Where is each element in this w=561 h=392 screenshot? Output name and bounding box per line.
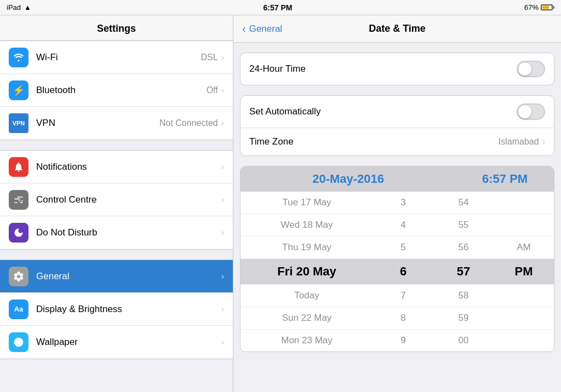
- picker-min-cell: 00: [433, 335, 494, 346]
- notifications-label: Notifications: [36, 162, 221, 172]
- picker-date-cell: Fri 20 May: [241, 264, 373, 279]
- wallpaper-icon: [9, 332, 28, 352]
- wifi-label: Wi-Fi: [36, 52, 201, 63]
- sidebar-item-wallpaper[interactable]: Wallpaper ›: [0, 326, 233, 359]
- picker-row[interactable]: Fri 20 May657PM: [241, 259, 554, 285]
- row-24hour: 24-Hour Time: [241, 53, 554, 85]
- picker-min-cell: 54: [433, 197, 494, 208]
- toggle-knob: [518, 62, 531, 76]
- page-title: Date & Time: [369, 23, 426, 34]
- card-24hour: 24-Hour Time: [240, 53, 554, 85]
- bluetooth-value: Off: [207, 85, 218, 95]
- timezone-value: Islamabad: [499, 137, 539, 147]
- picker-row[interactable]: Wed 18 May455: [241, 214, 554, 237]
- picker-hour-cell: 9: [373, 335, 433, 346]
- control-icon: [9, 190, 28, 210]
- sidebar-item-vpn[interactable]: VPN VPN Not Connected ›: [0, 107, 233, 140]
- picker-selected-date: 20-May-2016: [241, 172, 456, 186]
- picker-ampm-cell: PM: [494, 264, 554, 279]
- dnd-label: Do Not Disturb: [36, 227, 221, 238]
- settings-title: Settings: [0, 15, 233, 41]
- right-panel: ‹ General Date & Time 24-Hour Time Set A…: [233, 15, 561, 392]
- picker-ampm-cell: [494, 220, 554, 230]
- status-left: iPad ▲: [7, 3, 31, 11]
- sidebar-item-wifi[interactable]: Wi-Fi DSL ›: [0, 41, 233, 74]
- date-time-picker[interactable]: 20-May-2016 6:57 PM Tue 17 May354Wed 18 …: [240, 166, 554, 352]
- sidebar-item-dnd[interactable]: Do Not Disturb ›: [0, 216, 233, 249]
- picker-date-cell: Tue 17 May: [241, 197, 373, 208]
- card-auto-tz: Set Automatically Time Zone Islamabad ›: [240, 95, 554, 156]
- wifi-chevron: ›: [221, 53, 224, 62]
- main-layout: Settings Wi-Fi DSL › ⚡ Bluetooth Off ›: [0, 15, 561, 392]
- bluetooth-chevron: ›: [221, 85, 224, 95]
- picker-row[interactable]: Thu 19 May556AM: [241, 237, 554, 259]
- setauto-toggle[interactable]: [517, 103, 545, 120]
- display-icon: Aa: [9, 299, 28, 319]
- notifications-chevron: ›: [221, 162, 224, 172]
- row-setauto: Set Automatically: [241, 96, 554, 128]
- bluetooth-icon: ⚡: [9, 80, 28, 100]
- sidebar-item-display[interactable]: Aa Display & Brightness ›: [0, 293, 233, 326]
- vpn-value: Not Connected: [159, 118, 218, 128]
- 24hour-label: 24-Hour Time: [249, 64, 517, 74]
- picker-date-cell: Today: [241, 290, 373, 301]
- vpn-chevron: ›: [221, 118, 224, 128]
- ipad-label: iPad: [7, 3, 21, 11]
- status-time: 6:57 PM: [263, 3, 292, 12]
- wallpaper-chevron: ›: [221, 337, 224, 347]
- timezone-chevron: ›: [542, 137, 545, 147]
- dnd-icon: [9, 223, 28, 243]
- picker-min-cell: 56: [433, 242, 494, 253]
- back-label: General: [249, 24, 282, 34]
- right-content: 24-Hour Time Set Automatically Time Zone…: [233, 43, 561, 392]
- timezone-label: Time Zone: [249, 136, 499, 147]
- picker-row[interactable]: Tue 17 May354: [241, 192, 554, 214]
- picker-row[interactable]: Mon 23 May900: [241, 330, 554, 351]
- picker-hour-cell: 3: [373, 197, 433, 208]
- toggle-knob-auto: [518, 105, 531, 118]
- right-header: ‹ General Date & Time: [233, 15, 561, 43]
- settings-group-network: Wi-Fi DSL › ⚡ Bluetooth Off › VPN VPN No…: [0, 41, 233, 140]
- battery-pct-label: 67%: [524, 3, 539, 11]
- status-bar: iPad ▲ 6:57 PM 67%: [0, 0, 561, 15]
- 24hour-toggle[interactable]: [517, 61, 545, 77]
- picker-rows: Tue 17 May354Wed 18 May455Thu 19 May556A…: [241, 192, 554, 351]
- picker-ampm-cell: [494, 335, 554, 346]
- sidebar-item-general[interactable]: General ›: [0, 260, 233, 293]
- general-label: General: [36, 271, 221, 282]
- wifi-value: DSL: [201, 53, 218, 62]
- sidebar-item-notifications[interactable]: Notifications ›: [0, 151, 233, 183]
- general-chevron: ›: [221, 272, 224, 281]
- wifi-icon: [9, 48, 28, 67]
- picker-min-cell: 55: [433, 220, 494, 230]
- sidebar-item-bluetooth[interactable]: ⚡ Bluetooth Off ›: [0, 74, 233, 107]
- picker-row[interactable]: Sun 22 May859: [241, 307, 554, 330]
- picker-date-cell: Sun 22 May: [241, 313, 373, 324]
- picker-ampm-cell: AM: [494, 242, 554, 253]
- bluetooth-label: Bluetooth: [36, 85, 207, 96]
- row-timezone[interactable]: Time Zone Islamabad ›: [241, 128, 554, 155]
- picker-hour-cell: 6: [373, 264, 433, 279]
- settings-group-display: General › Aa Display & Brightness › Wall…: [0, 260, 233, 359]
- left-panel: Settings Wi-Fi DSL › ⚡ Bluetooth Off ›: [0, 15, 233, 392]
- dnd-chevron: ›: [221, 228, 224, 238]
- picker-selected-time: 6:57 PM: [456, 172, 554, 186]
- picker-date-cell: Wed 18 May: [241, 220, 373, 230]
- vpn-icon: VPN: [9, 113, 28, 133]
- picker-hour-cell: 5: [373, 242, 433, 253]
- picker-hour-cell: 8: [373, 313, 433, 324]
- picker-date-cell: Thu 19 May: [241, 242, 373, 253]
- notifications-icon: [9, 157, 28, 177]
- picker-ampm-cell: [494, 290, 554, 301]
- picker-min-cell: 59: [433, 313, 494, 324]
- picker-row[interactable]: Today758: [241, 285, 554, 307]
- display-chevron: ›: [221, 304, 224, 314]
- back-button[interactable]: ‹ General: [242, 22, 282, 35]
- picker-selected-header: 20-May-2016 6:57 PM: [241, 166, 554, 192]
- sidebar-item-control[interactable]: Control Centre ›: [0, 183, 233, 216]
- control-chevron: ›: [221, 195, 224, 205]
- picker-hour-cell: 7: [373, 290, 433, 301]
- back-chevron-icon: ‹: [242, 22, 246, 35]
- general-icon: [9, 267, 28, 286]
- setauto-label: Set Automatically: [249, 106, 517, 117]
